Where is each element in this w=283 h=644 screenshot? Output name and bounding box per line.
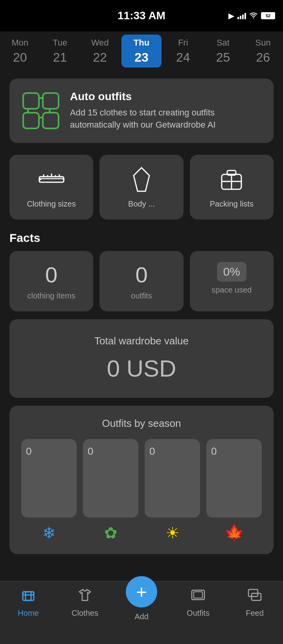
season-card-spring: 0 bbox=[83, 439, 138, 518]
svg-rect-18 bbox=[23, 592, 34, 600]
tab-outfits[interactable]: Outfits bbox=[170, 588, 226, 618]
cal-day-sat[interactable]: Sat 25 bbox=[203, 31, 243, 71]
cal-day-wed[interactable]: Wed 22 bbox=[80, 31, 120, 71]
outfits-card: 0 outfits bbox=[99, 251, 183, 311]
wardrobe-value-title: Total wardrobe value bbox=[21, 335, 262, 347]
season-icons-bottom: ❄ ✿ ☀ 🍁 bbox=[21, 524, 262, 542]
status-time: 11:33 AM bbox=[118, 9, 165, 22]
facts-title: Facts bbox=[9, 231, 274, 245]
facts-section: Facts 0 clothing items 0 outfits 0% spac… bbox=[9, 231, 274, 311]
outfits-season-card: Outfits by season 0 0 0 0 ❄ ✿ ☀ 🍁 bbox=[9, 406, 274, 554]
status-icons: ▶ 52 bbox=[228, 11, 275, 20]
svg-rect-3 bbox=[43, 113, 59, 128]
body-icon bbox=[128, 166, 155, 193]
packing-lists-label: Packing lists bbox=[210, 199, 254, 209]
winter-icon: ❄ bbox=[21, 524, 77, 542]
cal-day-fri[interactable]: Fri 24 bbox=[163, 31, 203, 71]
svg-rect-0 bbox=[23, 93, 39, 109]
clothing-sizes-card[interactable]: Clothing sizes bbox=[9, 155, 93, 220]
season-cards-row: 0 0 0 0 bbox=[21, 439, 262, 518]
status-bar: 11:33 AM ▶ 52 bbox=[0, 0, 283, 31]
clothes-icon bbox=[78, 588, 92, 606]
tab-clothes[interactable]: Clothes bbox=[57, 588, 113, 618]
clothing-items-label: clothing items bbox=[28, 291, 75, 300]
outfits-label: outfits bbox=[131, 291, 152, 300]
feed-icon bbox=[248, 588, 262, 606]
tab-outfits-label: Outfits bbox=[187, 609, 209, 618]
main-content: Auto outfits Add 15 clothes to start cre… bbox=[0, 71, 283, 633]
quick-actions: Clothing sizes Body ... Packing lists bbox=[9, 155, 274, 220]
svg-marker-12 bbox=[134, 168, 149, 191]
fall-icon: 🍁 bbox=[206, 524, 262, 542]
body-card[interactable]: Body ... bbox=[99, 155, 183, 220]
space-used-card: 0% space used bbox=[190, 251, 274, 311]
packing-lists-card[interactable]: Packing lists bbox=[190, 155, 274, 220]
ruler-icon bbox=[38, 166, 65, 193]
svg-rect-22 bbox=[194, 592, 202, 598]
auto-outfits-card[interactable]: Auto outfits Add 15 clothes to start cre… bbox=[9, 79, 274, 143]
cal-day-thu[interactable]: Thu 23 bbox=[121, 35, 162, 68]
clothing-items-card: 0 clothing items bbox=[9, 251, 93, 311]
outfits-season-title: Outfits by season bbox=[21, 417, 262, 430]
wifi-icon bbox=[249, 11, 258, 20]
outfits-icon bbox=[191, 588, 205, 606]
calendar-strip[interactable]: Mon 20 Tue 21 Wed 22 Thu 23 Fri 24 Sat 2… bbox=[0, 31, 283, 71]
season-card-fall: 0 bbox=[206, 439, 262, 518]
svg-rect-20 bbox=[23, 592, 34, 595]
play-icon: ▶ bbox=[228, 11, 234, 20]
facts-row: 0 clothing items 0 outfits 0% space used bbox=[9, 251, 274, 311]
cal-day-tue[interactable]: Tue 21 bbox=[40, 31, 80, 71]
home-icon bbox=[21, 588, 35, 606]
outfits-number: 0 bbox=[135, 262, 147, 287]
add-button[interactable]: + bbox=[126, 576, 157, 607]
puzzle-icon bbox=[21, 91, 61, 130]
svg-rect-2 bbox=[23, 113, 39, 128]
tab-home-label: Home bbox=[18, 609, 39, 618]
svg-rect-4 bbox=[39, 177, 64, 182]
suitcase-icon bbox=[218, 166, 245, 193]
svg-rect-1 bbox=[43, 93, 59, 109]
season-card-summer: 0 bbox=[145, 439, 200, 518]
auto-outfits-title: Auto outfits bbox=[70, 90, 262, 103]
tab-add-label: Add bbox=[134, 612, 149, 621]
auto-outfits-text: Auto outfits Add 15 clothes to start cre… bbox=[70, 90, 262, 131]
space-used-number: 0% bbox=[217, 262, 246, 282]
clothing-items-number: 0 bbox=[45, 262, 57, 287]
body-label: Body ... bbox=[128, 199, 155, 209]
season-card-winter: 0 bbox=[21, 439, 77, 518]
wardrobe-value-card: Total wardrobe value 0 USD bbox=[9, 319, 274, 398]
signal-icon bbox=[237, 12, 246, 19]
tab-home[interactable]: Home bbox=[0, 588, 57, 618]
clothing-sizes-label: Clothing sizes bbox=[27, 199, 76, 209]
summer-icon: ☀ bbox=[145, 524, 200, 542]
tab-feed-label: Feed bbox=[246, 609, 264, 618]
wardrobe-value-amount: 0 USD bbox=[21, 355, 262, 382]
tab-bar: Home Clothes + Add Outfits bbox=[0, 581, 283, 644]
tab-clothes-label: Clothes bbox=[72, 609, 98, 618]
cal-day-mon[interactable]: Mon 20 bbox=[0, 31, 40, 71]
battery-icon: 52 bbox=[261, 12, 275, 19]
spring-icon: ✿ bbox=[83, 524, 138, 542]
tab-feed[interactable]: Feed bbox=[226, 588, 283, 618]
auto-outfits-desc: Add 15 clothes to start creating outfits… bbox=[70, 107, 262, 131]
space-used-label: space used bbox=[211, 285, 252, 295]
svg-rect-19 bbox=[26, 592, 31, 600]
cal-day-sun[interactable]: Sun 26 bbox=[243, 31, 283, 71]
tab-add[interactable]: + Add bbox=[113, 588, 170, 621]
